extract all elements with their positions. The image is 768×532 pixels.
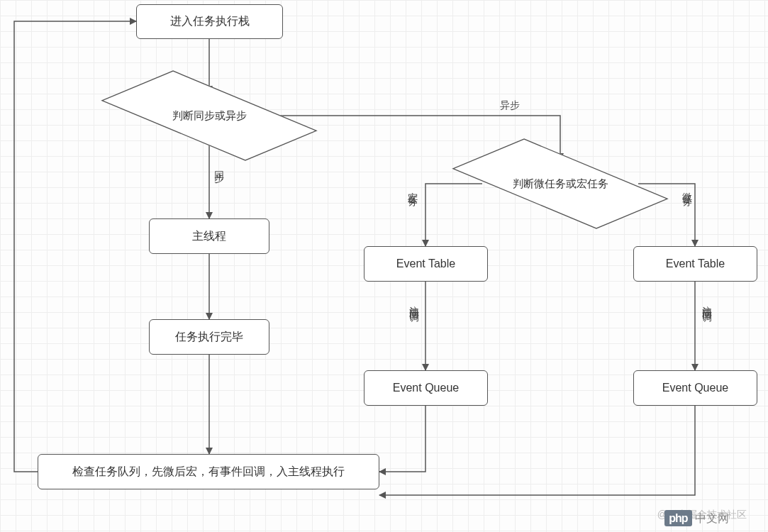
node-check-queue: 检查任务队列，先微后宏，有事件回调，入主线程执行 — [38, 454, 379, 489]
node-event-table-macro: Event Table — [364, 246, 488, 282]
edge-label-macro: 宏任务 — [406, 184, 419, 191]
node-decide-task-type-label: 判断微任务或宏任务 — [513, 177, 608, 191]
edge-label-sync: 同步 — [213, 163, 226, 167]
node-event-queue-micro: Event Queue — [633, 370, 757, 406]
logo-brand: php — [664, 510, 691, 526]
node-decide-sync-label: 判断同步或异步 — [172, 109, 247, 123]
logo-text: 中文网 — [695, 512, 729, 524]
node-event-table-micro: Event Table — [633, 246, 757, 282]
node-task-done: 任务执行完毕 — [149, 319, 269, 355]
edge-label-register-2: 注册回调 — [701, 298, 713, 306]
edge-label-async: 异步 — [500, 99, 520, 112]
node-main-thread: 主线程 — [149, 218, 269, 254]
logo: php 中文网 — [664, 511, 729, 526]
node-event-queue-macro: Event Queue — [364, 370, 488, 406]
edge-label-register-1: 注册回调 — [408, 298, 421, 306]
node-enter-stack: 进入任务执行栈 — [136, 4, 283, 39]
edge-label-micro: 微任务 — [681, 184, 694, 191]
